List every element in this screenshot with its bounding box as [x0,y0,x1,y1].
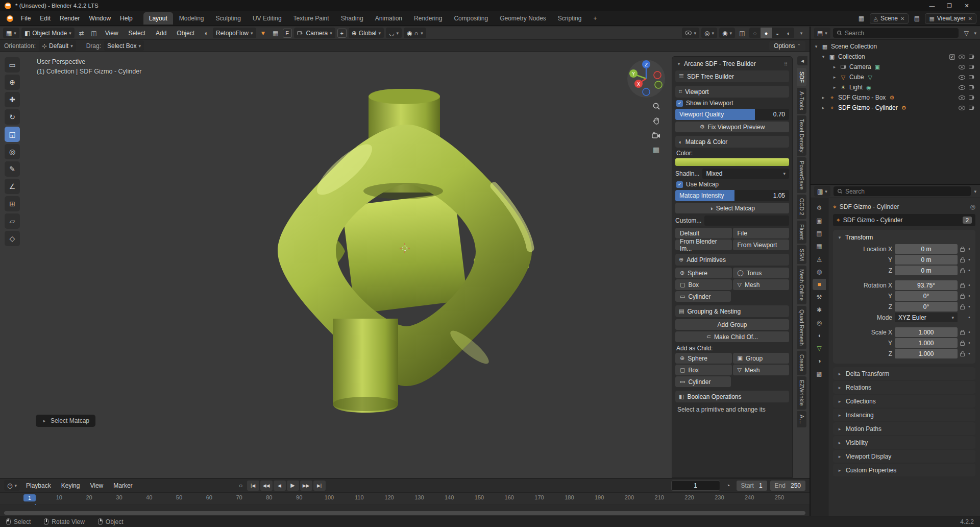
chevron-down-icon[interactable]: ▾ [821,54,826,59]
workspace-tab-uv-editing[interactable]: UV Editing [247,12,287,25]
timeline-ruler[interactable]: 1 10 20 30 40 50 60 70 80 90 100 110 120… [0,493,810,505]
transform-orientation-dropdown[interactable]: ⊕Global▾ [349,28,384,38]
sidebar-tab-powersave[interactable]: PowerSave [797,157,806,193]
location-y-field[interactable]: 0 m [895,255,958,265]
orientation-select[interactable]: ⊹Default▾ [39,40,76,51]
tab-output[interactable]: ▤ [813,228,826,239]
animate-dot-icon[interactable]: • [967,340,971,346]
section-viewport-display[interactable]: ▸Viewport Display [833,450,975,463]
auto-keying-toggle[interactable]: ○ [236,481,246,491]
animate-dot-icon[interactable]: • [967,304,971,309]
shading-material-button[interactable]: ◒ [772,28,783,38]
lock-icon[interactable] [960,248,965,252]
tab-object[interactable]: ■ [813,279,826,290]
hide-eye-icon[interactable] [959,75,965,80]
section-matcap-color[interactable]: ◐ Matcap & Color [675,136,789,148]
child-box-button[interactable]: ▢Box [675,365,732,375]
menu-view[interactable]: View [101,28,122,38]
viewport-3d[interactable]: User Perspective (1) Collection | SDF Gi… [0,52,810,478]
outliner-row-sdf-gizmo-cylinder[interactable]: ▸ ⌖ SDF Gizmo - Cylinder ⚙ [811,103,980,113]
workspace-tab-modeling[interactable]: Modeling [174,12,210,25]
collection-checkbox[interactable]: ✓ [949,54,955,60]
workspace-tab-sculpting[interactable]: Sculpting [210,12,247,25]
matcap-file-button[interactable]: File [733,228,790,238]
tool-retopoflow-1[interactable]: ▱ [5,213,20,229]
fix-viewport-preview-button[interactable]: ⚙ Fix Viewport Preview [675,122,789,132]
menu-select[interactable]: Select [125,28,150,38]
tab-render[interactable]: ▣ [813,215,826,226]
outliner-row-camera[interactable]: ▸ Camera ▣ [811,62,980,72]
shading-mode-dropdown[interactable]: Mixed▾ [702,169,789,179]
users-count-badge[interactable]: 2 [963,217,972,224]
section-grouping[interactable]: ▤ Grouping & Nesting [675,305,789,317]
rotation-x-field[interactable]: 93.75° [895,280,958,290]
add-sphere-button[interactable]: ⊕Sphere [675,268,732,278]
menu-window[interactable]: Window [84,13,115,24]
tool-rotate[interactable]: ↻ [5,109,20,125]
shading-rendered-button[interactable]: ◐ [783,28,794,38]
animate-dot-icon[interactable]: • [967,351,971,356]
shading-solid-button[interactable]: ● [761,28,772,38]
shading-dropdown[interactable]: ▾ [796,28,806,38]
sidebar-tab-fluent[interactable]: Fluent [797,221,806,244]
menu-playback[interactable]: Playback [22,481,55,491]
add-torus-button[interactable]: ◯Torus [733,268,790,278]
lock-icon[interactable] [960,295,965,299]
disable-render-icon[interactable] [969,85,974,89]
pan-hand-icon[interactable] [652,117,660,125]
workspace-tab-shading[interactable]: Shading [335,12,369,25]
camera-view-icon[interactable] [652,132,660,139]
tab-object-data[interactable]: ▽ [813,343,826,354]
tool-move[interactable]: ✚ [5,92,20,107]
section-collections[interactable]: ▸Collections [833,395,975,408]
child-cylinder-button[interactable]: ▭Cylinder [675,376,731,387]
sdf-object-render[interactable] [255,83,551,420]
show-gizmo-dropdown[interactable]: ◎▾ [701,28,717,38]
rotation-mode-dropdown[interactable]: XYZ Euler▾ [895,313,958,322]
shading-wireframe-button[interactable]: ◌ [749,28,761,38]
tab-material[interactable]: ◑ [813,355,826,367]
scene-selector[interactable]: ◬ Scene ✕ [870,13,909,24]
menu-marker[interactable]: Marker [109,481,136,491]
add-box-button[interactable]: ▢Box [675,279,732,290]
outliner-row-sdf-gizmo-box[interactable]: ▸ ⌖ SDF Gizmo - Box ⚙ [811,92,980,103]
location-x-field[interactable]: 0 m [895,244,958,254]
tool-add-primitive[interactable]: ⊞ [5,196,20,211]
chevron-down-icon[interactable]: ▾ [814,44,819,49]
outliner-search-input[interactable]: Search [833,28,959,38]
tab-scene[interactable]: ◬ [813,253,826,265]
location-z-field[interactable]: 0 m [895,266,958,275]
ortho-grid-icon[interactable]: ▦ [653,146,659,154]
animate-dot-icon[interactable]: • [967,268,971,273]
stopwatch-icon[interactable]: ◔ [723,481,733,491]
disable-render-icon[interactable] [969,55,974,59]
tab-texture[interactable]: ▩ [813,368,826,379]
show-in-viewport-checkbox[interactable]: ✓ Show in Viewport [676,100,788,107]
lock-icon[interactable] [960,331,965,335]
timeline-tracks[interactable] [0,505,810,516]
outliner-row-scene-collection[interactable]: ▾ ▦ Scene Collection [811,41,980,52]
workspace-tab-rendering[interactable]: Rendering [408,12,448,25]
hide-eye-icon[interactable] [959,55,965,59]
pin-icon[interactable]: ◎ [970,203,975,210]
animate-dot-icon[interactable]: • [967,293,971,299]
editor-type-dropdown[interactable]: ▦▾ [3,28,19,38]
tool-cursor[interactable]: ⊕ [5,75,20,90]
lock-icon[interactable] [960,270,965,273]
snapping-dropdown[interactable]: ◡▾ [386,28,402,38]
sidebar-tab-more[interactable]: A… [797,411,806,427]
tab-tool[interactable]: ⚙ [813,202,826,213]
drag-select[interactable]: Select Box▾ [104,40,144,51]
minimize-button[interactable]: — [923,0,941,11]
tool-scale[interactable]: ◱ [5,127,20,142]
frame-start-field[interactable]: Start1 [737,481,767,491]
transform-panel-header[interactable]: ▾ Transform [837,232,971,243]
sidebar-tab-texel-density[interactable]: Texel Density [797,115,806,156]
lock-icon[interactable] [960,259,965,262]
filter-icon[interactable]: ▽ [961,28,971,38]
section-relations[interactable]: ▸Relations [833,381,975,394]
from-blender-button[interactable]: From Blender Im... [675,239,732,250]
from-viewport-button[interactable]: From Viewport [733,239,790,250]
zoom-icon[interactable] [652,102,660,110]
lock-icon[interactable] [960,284,965,288]
